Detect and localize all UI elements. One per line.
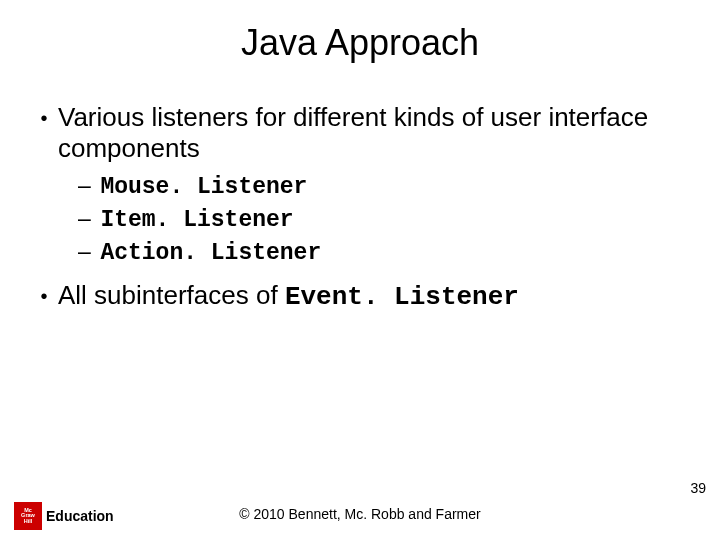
publisher-logo: Mc Graw Hill Education [14, 502, 114, 530]
bullet-dot-icon: • [30, 280, 58, 313]
bullet-item-1: • Various listeners for different kinds … [30, 102, 690, 164]
sub-bullet-item: – Mouse. Listener [78, 170, 690, 203]
sub-bullet-code: Mouse. Listener [100, 174, 307, 200]
slide-content: • Various listeners for different kinds … [0, 64, 720, 313]
mcgraw-hill-icon: Mc Graw Hill [14, 502, 42, 530]
bullet-text: All subinterfaces of Event. Listener [58, 280, 690, 313]
dash-icon: – [78, 203, 94, 234]
sub-bullet-code: Item. Listener [100, 207, 293, 233]
slide: Java Approach • Various listeners for di… [0, 0, 720, 540]
sub-bullet-code: Action. Listener [100, 240, 321, 266]
sub-bullet-item: – Item. Listener [78, 203, 690, 236]
slide-title: Java Approach [0, 0, 720, 64]
bullet-item-2: • All subinterfaces of Event. Listener [30, 280, 690, 313]
sub-bullet-item: – Action. Listener [78, 236, 690, 269]
sub-bullet-list: – Mouse. Listener – Item. Listener – Act… [30, 170, 690, 269]
bullet-text: Various listeners for different kinds of… [58, 102, 690, 164]
dash-icon: – [78, 236, 94, 267]
bullet-text-prefix: All subinterfaces of [58, 280, 285, 310]
logo-line: Hill [24, 519, 33, 525]
dash-icon: – [78, 170, 94, 201]
logo-text: Education [46, 508, 114, 524]
bullet-dot-icon: • [30, 102, 58, 164]
page-number: 39 [690, 480, 706, 496]
bullet-text-code: Event. Listener [285, 282, 519, 312]
